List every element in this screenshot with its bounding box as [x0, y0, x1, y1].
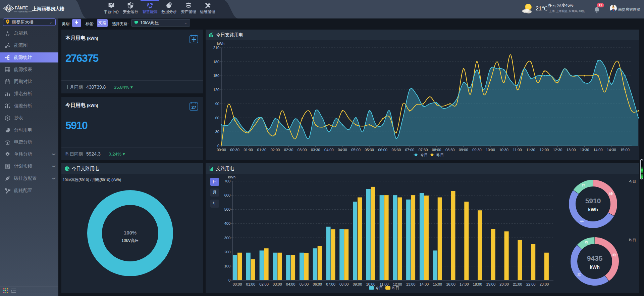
svg-text:13:30: 13:30 [580, 148, 589, 152]
svg-text:15:00: 15:00 [433, 282, 442, 286]
svg-text:0: 0 [228, 278, 230, 282]
svg-text:07:30: 07:30 [419, 148, 428, 152]
svg-text:210: 210 [213, 46, 219, 50]
svg-text:19:00: 19:00 [486, 282, 496, 286]
svg-text:kWh: kWh [588, 207, 598, 212]
svg-text:09:00: 09:00 [459, 148, 468, 152]
svg-text:03:30: 03:30 [311, 148, 320, 152]
svg-text:300: 300 [224, 236, 230, 240]
svg-text:08:00: 08:00 [432, 148, 441, 152]
svg-text:05:00: 05:00 [351, 148, 361, 152]
svg-text:06:00: 06:00 [313, 282, 322, 286]
svg-text:昨日: 昨日 [629, 238, 636, 242]
svg-text:200: 200 [224, 250, 230, 254]
svg-text:60: 60 [215, 116, 219, 120]
svg-text:10:30: 10:30 [499, 148, 508, 152]
svg-text:峰: 峰 [613, 253, 616, 257]
svg-text:180: 180 [213, 60, 219, 64]
svg-text:90: 90 [215, 102, 219, 106]
svg-text:06:00: 06:00 [378, 148, 387, 152]
svg-text:09:30: 09:30 [472, 148, 482, 152]
svg-text:21:00: 21:00 [513, 282, 522, 286]
svg-text:04:00: 04:00 [286, 282, 296, 286]
svg-text:100: 100 [224, 264, 230, 268]
svg-text:· —— 一品级西系统 / ——: · —— 一品级西系统 / —— [13, 10, 33, 13]
svg-text:昨日: 昨日 [392, 286, 399, 290]
svg-text:04:30: 04:30 [338, 148, 347, 152]
svg-text:kWh: kWh [217, 42, 224, 46]
svg-text:01:30: 01:30 [257, 148, 267, 152]
svg-text:00:30: 00:30 [230, 148, 239, 152]
svg-text:0: 0 [217, 144, 219, 148]
svg-text:13:00: 13:00 [406, 282, 416, 286]
svg-text:02:00: 02:00 [259, 282, 269, 286]
svg-text:09:00: 09:00 [353, 282, 362, 286]
svg-text:峰: 峰 [609, 192, 613, 196]
svg-text:20:00: 20:00 [499, 282, 509, 286]
svg-text:120: 120 [213, 88, 219, 92]
svg-text:23:00: 23:00 [540, 282, 549, 286]
svg-text:18:00: 18:00 [473, 282, 482, 286]
svg-text:01:00: 01:00 [244, 148, 253, 152]
svg-text:5910: 5910 [585, 197, 601, 205]
svg-text:17:00: 17:00 [460, 282, 469, 286]
svg-text:平: 平 [580, 219, 584, 223]
svg-text:10:00: 10:00 [366, 282, 376, 286]
svg-text:今日: 今日 [420, 153, 428, 157]
svg-text:01:00: 01:00 [246, 282, 256, 286]
svg-text:15:00: 15:00 [620, 148, 630, 152]
svg-text:14:00: 14:00 [593, 148, 603, 152]
svg-text:00:00: 00:00 [217, 148, 226, 152]
svg-text:今日: 今日 [629, 179, 636, 183]
svg-text:10kV高压: 10kV高压 [121, 238, 139, 243]
svg-text:02:30: 02:30 [284, 148, 293, 152]
svg-text:600: 600 [224, 193, 230, 197]
svg-text:14:30: 14:30 [607, 148, 616, 152]
svg-text:11:00: 11:00 [513, 148, 522, 152]
svg-text:10:00: 10:00 [486, 148, 495, 152]
svg-text:27: 27 [192, 105, 196, 110]
svg-text:今日: 今日 [375, 286, 383, 290]
svg-text:11:30: 11:30 [526, 148, 535, 152]
svg-text:04:00: 04:00 [324, 148, 334, 152]
svg-text:昨日: 昨日 [436, 153, 444, 157]
svg-text:03:00: 03:00 [273, 282, 282, 286]
svg-text:®: ® [26, 5, 28, 7]
svg-text:30: 30 [215, 130, 219, 134]
svg-text:16:00: 16:00 [446, 282, 455, 286]
svg-text:平: 平 [577, 273, 581, 277]
svg-text:14:00: 14:00 [420, 282, 429, 286]
svg-text:22:00: 22:00 [526, 282, 536, 286]
svg-text:05:30: 05:30 [365, 148, 374, 152]
svg-text:07:00: 07:00 [405, 148, 415, 152]
svg-text:12:30: 12:30 [553, 148, 562, 152]
svg-text:03:00: 03:00 [298, 148, 307, 152]
svg-text:风特: 风特 [6, 7, 12, 10]
svg-text:08:00: 08:00 [339, 282, 349, 286]
svg-text:150: 150 [213, 74, 219, 78]
svg-text:谷: 谷 [585, 240, 588, 244]
svg-text:08:30: 08:30 [445, 148, 455, 152]
svg-text:13:00: 13:00 [567, 148, 576, 152]
svg-text:12:00: 12:00 [540, 148, 549, 152]
svg-text:00:00: 00:00 [233, 282, 242, 286]
svg-text:700: 700 [224, 179, 230, 183]
svg-text:kWh: kWh [228, 175, 235, 179]
svg-text:kWh: kWh [590, 264, 600, 270]
svg-text:05:00: 05:00 [300, 282, 309, 286]
svg-text:02:00: 02:00 [271, 148, 280, 152]
svg-text:400: 400 [224, 221, 230, 225]
svg-text:07:00: 07:00 [326, 282, 335, 286]
svg-text:9435: 9435 [587, 254, 603, 262]
svg-text:500: 500 [224, 207, 230, 211]
svg-text:谷: 谷 [582, 183, 585, 187]
svg-text:100%: 100% [124, 230, 137, 236]
svg-text:06:30: 06:30 [392, 148, 401, 152]
